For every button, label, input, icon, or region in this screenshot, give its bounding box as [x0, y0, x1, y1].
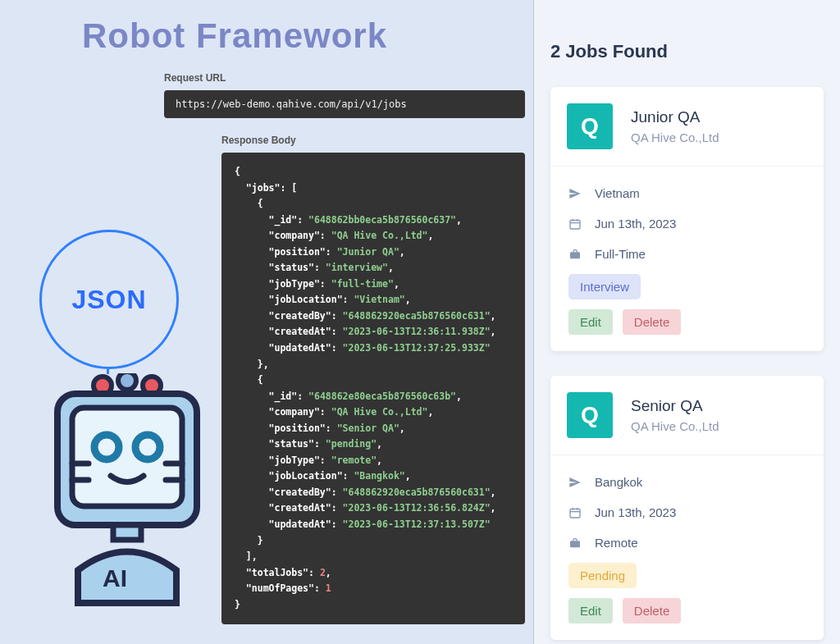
status-badge: Pending	[568, 563, 637, 588]
response-body-code: { "jobs": [ { "_id": "648862bb0eca5b8765…	[221, 153, 525, 624]
delete-button[interactable]: Delete	[623, 309, 681, 335]
job-company: QA Hive Co.,Ltd	[631, 419, 719, 433]
svg-rect-11	[113, 525, 141, 540]
briefcase-icon	[568, 248, 583, 261]
delete-button[interactable]: Delete	[623, 598, 681, 623]
json-bubble-label: JSON	[71, 285, 146, 315]
job-company: QA Hive Co.,Ltd	[631, 130, 719, 144]
request-url-box: https://web-demo.qahive.com/api/v1/jobs	[164, 90, 525, 118]
svg-rect-22	[570, 541, 580, 547]
svg-rect-13	[570, 220, 580, 229]
svg-rect-4	[72, 408, 182, 506]
job-date: Jun 13th, 2023	[595, 217, 676, 231]
job-type: Remote	[595, 536, 638, 550]
request-url-label: Request URL	[164, 72, 525, 84]
job-card: QSenior QAQA Hive Co.,LtdBangkokJun 13th…	[550, 376, 824, 640]
job-location: Bangkok	[595, 475, 642, 489]
job-avatar: Q	[567, 103, 613, 149]
jobs-found-heading: 2 Jobs Found	[550, 41, 824, 62]
location-icon	[568, 476, 583, 489]
svg-point-1	[118, 373, 136, 390]
job-location: Vietnam	[595, 186, 640, 200]
svg-text:AI: AI	[103, 564, 127, 591]
calendar-icon	[568, 506, 583, 519]
response-body-label: Response Body	[221, 135, 525, 146]
robot-illustration: AI	[33, 373, 205, 619]
edit-button[interactable]: Edit	[568, 309, 613, 335]
job-avatar: Q	[567, 392, 613, 438]
job-title: Junior QA	[631, 108, 719, 126]
briefcase-icon	[568, 537, 583, 550]
svg-rect-17	[570, 252, 580, 258]
job-date: Jun 13th, 2023	[595, 505, 676, 519]
calendar-icon	[568, 217, 583, 231]
job-title: Senior QA	[631, 397, 719, 415]
job-card: QJunior QAQA Hive Co.,LtdVietnamJun 13th…	[550, 87, 824, 351]
edit-button[interactable]: Edit	[568, 598, 613, 623]
svg-rect-18	[570, 509, 580, 518]
location-icon	[568, 187, 583, 200]
status-badge: Interview	[568, 274, 641, 299]
page-title: Robot Framework	[82, 16, 525, 56]
job-type: Full-Time	[595, 247, 646, 261]
json-bubble: JSON	[39, 230, 179, 369]
